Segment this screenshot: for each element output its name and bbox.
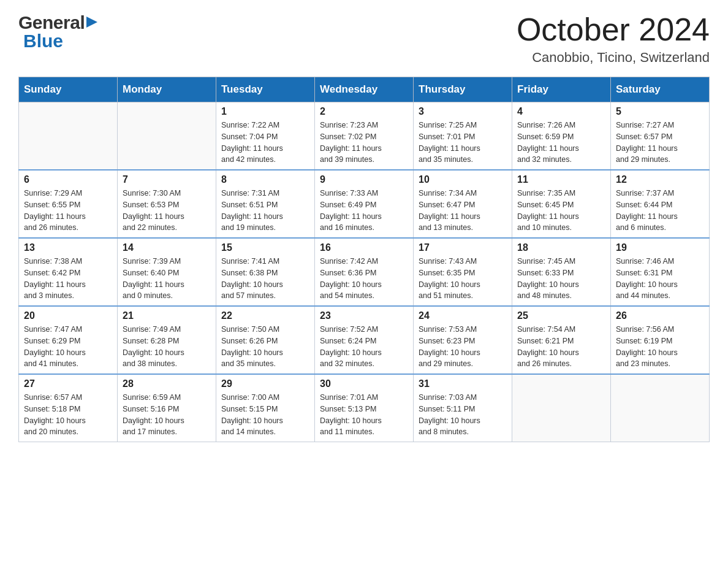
day-number: 30 — [320, 378, 408, 389]
calendar-header-row: SundayMondayTuesdayWednesdayThursdayFrid… — [19, 77, 710, 102]
day-number: 23 — [320, 310, 408, 321]
day-info: Sunrise: 7:34 AM Sunset: 6:47 PM Dayligh… — [419, 188, 507, 234]
day-number: 14 — [123, 242, 211, 253]
calendar-week-row: 6Sunrise: 7:29 AM Sunset: 6:55 PM Daylig… — [19, 170, 710, 238]
day-info: Sunrise: 7:41 AM Sunset: 6:38 PM Dayligh… — [221, 256, 309, 302]
logo-blue-text: Blue — [23, 31, 97, 52]
day-number: 5 — [616, 106, 704, 117]
day-info: Sunrise: 7:38 AM Sunset: 6:42 PM Dayligh… — [24, 256, 112, 302]
day-number: 24 — [419, 310, 507, 321]
calendar-cell: 11Sunrise: 7:35 AM Sunset: 6:45 PM Dayli… — [512, 170, 611, 238]
svg-marker-0 — [86, 17, 97, 28]
calendar-cell: 29Sunrise: 7:00 AM Sunset: 5:15 PM Dayli… — [216, 374, 315, 442]
day-number: 26 — [616, 310, 704, 321]
day-info: Sunrise: 7:31 AM Sunset: 6:51 PM Dayligh… — [221, 188, 309, 234]
day-header-tuesday: Tuesday — [216, 77, 315, 102]
day-info: Sunrise: 7:22 AM Sunset: 7:04 PM Dayligh… — [221, 120, 309, 166]
day-info: Sunrise: 7:56 AM Sunset: 6:19 PM Dayligh… — [616, 324, 704, 370]
day-header-friday: Friday — [512, 77, 611, 102]
day-number: 7 — [123, 174, 211, 185]
day-number: 18 — [517, 242, 605, 253]
day-info: Sunrise: 7:52 AM Sunset: 6:24 PM Dayligh… — [320, 324, 408, 370]
day-info: Sunrise: 7:53 AM Sunset: 6:23 PM Dayligh… — [419, 324, 507, 370]
day-info: Sunrise: 7:01 AM Sunset: 5:13 PM Dayligh… — [320, 392, 408, 438]
calendar-cell: 16Sunrise: 7:42 AM Sunset: 6:36 PM Dayli… — [315, 238, 414, 306]
calendar-cell: 20Sunrise: 7:47 AM Sunset: 6:29 PM Dayli… — [19, 306, 118, 374]
day-info: Sunrise: 7:25 AM Sunset: 7:01 PM Dayligh… — [419, 120, 507, 166]
day-number: 29 — [221, 378, 309, 389]
calendar-cell: 12Sunrise: 7:37 AM Sunset: 6:44 PM Dayli… — [611, 170, 710, 238]
calendar-cell — [611, 374, 710, 442]
day-number: 28 — [123, 378, 211, 389]
calendar-cell: 9Sunrise: 7:33 AM Sunset: 6:49 PM Daylig… — [315, 170, 414, 238]
calendar-cell: 15Sunrise: 7:41 AM Sunset: 6:38 PM Dayli… — [216, 238, 315, 306]
day-number: 20 — [24, 310, 112, 321]
day-number: 27 — [24, 378, 112, 389]
day-info: Sunrise: 7:46 AM Sunset: 6:31 PM Dayligh… — [616, 256, 704, 302]
calendar-cell: 19Sunrise: 7:46 AM Sunset: 6:31 PM Dayli… — [611, 238, 710, 306]
day-info: Sunrise: 7:33 AM Sunset: 6:49 PM Dayligh… — [320, 188, 408, 234]
calendar-cell: 17Sunrise: 7:43 AM Sunset: 6:35 PM Dayli… — [414, 238, 512, 306]
calendar-week-row: 20Sunrise: 7:47 AM Sunset: 6:29 PM Dayli… — [19, 306, 710, 374]
calendar-week-row: 13Sunrise: 7:38 AM Sunset: 6:42 PM Dayli… — [19, 238, 710, 306]
calendar-cell: 3Sunrise: 7:25 AM Sunset: 7:01 PM Daylig… — [414, 102, 512, 170]
calendar-cell: 7Sunrise: 7:30 AM Sunset: 6:53 PM Daylig… — [118, 170, 216, 238]
day-info: Sunrise: 7:47 AM Sunset: 6:29 PM Dayligh… — [24, 324, 112, 370]
day-header-thursday: Thursday — [414, 77, 512, 102]
calendar-cell: 18Sunrise: 7:45 AM Sunset: 6:33 PM Dayli… — [512, 238, 611, 306]
page-header: General Blue October 2024 Canobbio, Tici… — [18, 12, 710, 66]
calendar-cell: 27Sunrise: 6:57 AM Sunset: 5:18 PM Dayli… — [19, 374, 118, 442]
day-info: Sunrise: 7:30 AM Sunset: 6:53 PM Dayligh… — [123, 188, 211, 234]
title-block: October 2024 Canobbio, Ticino, Switzerla… — [517, 12, 710, 66]
calendar-cell: 25Sunrise: 7:54 AM Sunset: 6:21 PM Dayli… — [512, 306, 611, 374]
calendar-cell: 31Sunrise: 7:03 AM Sunset: 5:11 PM Dayli… — [414, 374, 512, 442]
calendar-cell: 2Sunrise: 7:23 AM Sunset: 7:02 PM Daylig… — [315, 102, 414, 170]
logo-arrow-icon — [86, 17, 97, 30]
logo-general-text: General — [18, 12, 85, 33]
day-info: Sunrise: 7:29 AM Sunset: 6:55 PM Dayligh… — [24, 188, 112, 234]
day-number: 22 — [221, 310, 309, 321]
calendar-cell — [19, 102, 118, 170]
day-info: Sunrise: 7:50 AM Sunset: 6:26 PM Dayligh… — [221, 324, 309, 370]
day-number: 16 — [320, 242, 408, 253]
calendar-cell — [118, 102, 216, 170]
day-info: Sunrise: 7:43 AM Sunset: 6:35 PM Dayligh… — [419, 256, 507, 302]
day-info: Sunrise: 7:45 AM Sunset: 6:33 PM Dayligh… — [517, 256, 605, 302]
day-info: Sunrise: 7:27 AM Sunset: 6:57 PM Dayligh… — [616, 120, 704, 166]
day-number: 1 — [221, 106, 309, 117]
day-info: Sunrise: 7:00 AM Sunset: 5:15 PM Dayligh… — [221, 392, 309, 438]
calendar-cell: 14Sunrise: 7:39 AM Sunset: 6:40 PM Dayli… — [118, 238, 216, 306]
day-number: 31 — [419, 378, 507, 389]
day-info: Sunrise: 7:26 AM Sunset: 6:59 PM Dayligh… — [517, 120, 605, 166]
day-number: 25 — [517, 310, 605, 321]
calendar-cell: 22Sunrise: 7:50 AM Sunset: 6:26 PM Dayli… — [216, 306, 315, 374]
calendar-cell: 24Sunrise: 7:53 AM Sunset: 6:23 PM Dayli… — [414, 306, 512, 374]
calendar-cell: 4Sunrise: 7:26 AM Sunset: 6:59 PM Daylig… — [512, 102, 611, 170]
calendar-cell: 1Sunrise: 7:22 AM Sunset: 7:04 PM Daylig… — [216, 102, 315, 170]
day-number: 21 — [123, 310, 211, 321]
day-info: Sunrise: 7:37 AM Sunset: 6:44 PM Dayligh… — [616, 188, 704, 234]
day-number: 4 — [517, 106, 605, 117]
day-number: 15 — [221, 242, 309, 253]
day-info: Sunrise: 6:59 AM Sunset: 5:16 PM Dayligh… — [123, 392, 211, 438]
calendar-cell: 10Sunrise: 7:34 AM Sunset: 6:47 PM Dayli… — [414, 170, 512, 238]
day-info: Sunrise: 7:23 AM Sunset: 7:02 PM Dayligh… — [320, 120, 408, 166]
calendar-cell: 6Sunrise: 7:29 AM Sunset: 6:55 PM Daylig… — [19, 170, 118, 238]
calendar-cell: 21Sunrise: 7:49 AM Sunset: 6:28 PM Dayli… — [118, 306, 216, 374]
day-header-saturday: Saturday — [611, 77, 710, 102]
calendar-cell: 26Sunrise: 7:56 AM Sunset: 6:19 PM Dayli… — [611, 306, 710, 374]
day-header-wednesday: Wednesday — [315, 77, 414, 102]
calendar-cell: 5Sunrise: 7:27 AM Sunset: 6:57 PM Daylig… — [611, 102, 710, 170]
day-header-monday: Monday — [118, 77, 216, 102]
day-number: 10 — [419, 174, 507, 185]
day-number: 6 — [24, 174, 112, 185]
day-number: 8 — [221, 174, 309, 185]
day-header-sunday: Sunday — [19, 77, 118, 102]
day-info: Sunrise: 7:39 AM Sunset: 6:40 PM Dayligh… — [123, 256, 211, 302]
calendar-cell: 28Sunrise: 6:59 AM Sunset: 5:16 PM Dayli… — [118, 374, 216, 442]
day-number: 12 — [616, 174, 704, 185]
day-number: 2 — [320, 106, 408, 117]
calendar-week-row: 27Sunrise: 6:57 AM Sunset: 5:18 PM Dayli… — [19, 374, 710, 442]
month-title: October 2024 — [517, 12, 710, 47]
day-number: 9 — [320, 174, 408, 185]
